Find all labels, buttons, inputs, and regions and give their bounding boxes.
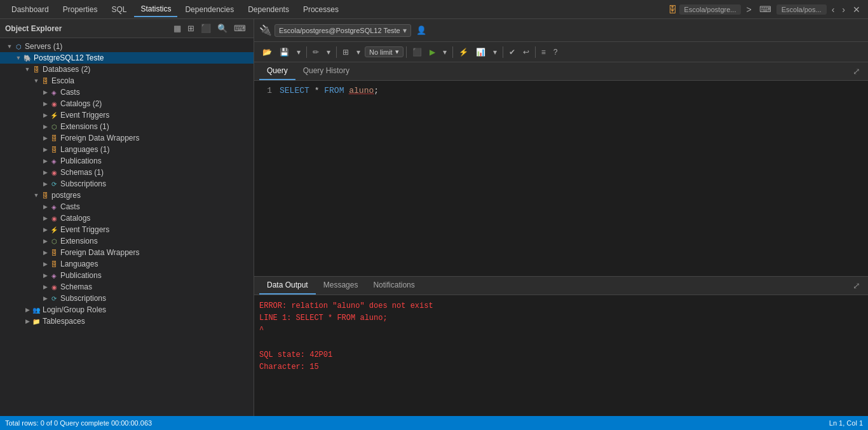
postgres-schemas-icon: ◉ bbox=[50, 282, 58, 291]
run-dropdown-btn[interactable]: ▾ bbox=[440, 46, 450, 58]
oe-search-btn[interactable]: 🔍 bbox=[215, 22, 230, 34]
tree-item-login-group-roles[interactable]: ▶ 👥 Login/Group Roles bbox=[0, 304, 254, 316]
code-table: aluno bbox=[349, 86, 374, 95]
toolbar-sep-2 bbox=[336, 46, 337, 58]
escola-fdw-label: Foreign Data Wrappers bbox=[60, 134, 140, 142]
tree-item-postgres[interactable]: ▼ 🗄 postgres bbox=[0, 190, 254, 201]
tab-messages[interactable]: Messages bbox=[316, 277, 366, 295]
tab-query[interactable]: Query bbox=[259, 62, 295, 80]
error-sql-state: SQL state: 42P01 bbox=[259, 349, 863, 361]
macro-btn[interactable]: ≡ bbox=[538, 46, 549, 58]
save-dropdown-btn[interactable]: ▾ bbox=[294, 46, 304, 58]
main-layout: Object Explorer ▦ ⊞ ⬛ 🔍 ⌨ ▼ ⬡ Servers (1… bbox=[0, 19, 868, 416]
tree-item-postgres-event-triggers[interactable]: ▶ ⚡ Event Triggers bbox=[0, 224, 254, 235]
nav-item-sql[interactable]: SQL bbox=[105, 3, 133, 17]
escola-catalogs-label: Catalogs (2) bbox=[60, 99, 102, 108]
tree-item-escola-subscriptions[interactable]: ▶ ⟳ Subscriptions bbox=[0, 178, 254, 190]
tree-item-postgres-schemas[interactable]: ▶ ◉ Schemas bbox=[0, 281, 254, 293]
tree-item-escola-schemas[interactable]: ▶ ◉ Schemas (1) bbox=[0, 167, 254, 178]
toolbar-sep-5 bbox=[503, 46, 503, 58]
run-btn[interactable]: ▶ bbox=[426, 46, 438, 58]
postgres-catalogs-label: Catalogs bbox=[60, 214, 90, 223]
login-group-roles-icon: 👥 bbox=[32, 305, 41, 314]
terminal-icon[interactable]: ⌨ bbox=[757, 3, 774, 15]
error-spacer bbox=[259, 337, 863, 349]
oe-terminal-btn[interactable]: ⌨ bbox=[231, 22, 248, 34]
tab-notifications[interactable]: Notifications bbox=[365, 277, 422, 295]
output-content: ERROR: relation "aluno" does not exist L… bbox=[254, 295, 868, 416]
tree-item-escola-languages[interactable]: ▶ 🗄 Languages (1) bbox=[0, 144, 254, 155]
escola-publications-icon: ◈ bbox=[50, 156, 58, 165]
tree-item-postgres-publications[interactable]: ▶ ◈ Publications bbox=[0, 270, 254, 281]
save-btn[interactable]: 💾 bbox=[276, 46, 292, 58]
explain-dropdown-btn[interactable]: ▾ bbox=[490, 46, 500, 58]
tree-item-escola-publications[interactable]: ▶ ◈ Publications bbox=[0, 155, 254, 167]
servers-icon: ⬡ bbox=[14, 42, 23, 51]
tree-item-databases[interactable]: ▼ 🗄 Databases (2) bbox=[0, 64, 254, 75]
postgres-event-triggers-arrow: ▶ bbox=[41, 226, 50, 233]
escola-catalogs-arrow: ▶ bbox=[41, 101, 50, 107]
postgres-fdw-label: Foreign Data Wrappers bbox=[60, 248, 140, 257]
tab-data-output[interactable]: Data Output bbox=[259, 277, 316, 295]
filter-dropdown-btn[interactable]: ▾ bbox=[353, 46, 363, 58]
nav-item-dashboard[interactable]: Dashboard bbox=[5, 3, 55, 17]
oe-tag-btn[interactable]: ⬛ bbox=[198, 22, 214, 34]
nav-close-button[interactable]: ✕ bbox=[850, 3, 863, 16]
tree-item-postgres-catalogs[interactable]: ▶ ◉ Catalogs bbox=[0, 212, 254, 224]
nav-item-properties[interactable]: Properties bbox=[57, 3, 104, 17]
tree-item-postgres-fdw[interactable]: ▶ 🗄 Foreign Data Wrappers bbox=[0, 247, 254, 258]
escola-fdw-arrow: ▶ bbox=[41, 135, 50, 141]
tree-item-postgres-extensions[interactable]: ▶ ⬡ Extensions bbox=[0, 235, 254, 247]
error-caret-line: ^ bbox=[259, 324, 863, 336]
explain-analyze-btn[interactable]: 📊 bbox=[473, 46, 489, 58]
tree-item-escola[interactable]: ▼ 🗄 Escola bbox=[0, 75, 254, 87]
tree-item-postgres-languages[interactable]: ▶ 🗄 Languages bbox=[0, 258, 254, 270]
commit-btn[interactable]: ✔ bbox=[506, 46, 519, 58]
open-file-btn[interactable]: 📂 bbox=[259, 46, 275, 58]
rt-connection[interactable]: Escola/postgres@PostgreSQL12 Teste ▾ bbox=[275, 24, 411, 37]
nav-forward-button[interactable]: › bbox=[839, 3, 848, 16]
oe-grid-btn[interactable]: ⊞ bbox=[185, 22, 197, 34]
output-maximize-btn[interactable]: ⤢ bbox=[850, 277, 863, 295]
tree-item-escola-fdw[interactable]: ▶ 🗄 Foreign Data Wrappers bbox=[0, 132, 254, 144]
escola-languages-arrow: ▶ bbox=[41, 146, 50, 153]
tree-item-tablespaces[interactable]: ▶ 📁 Tablespaces bbox=[0, 316, 254, 327]
oe-table-btn[interactable]: ▦ bbox=[171, 22, 184, 34]
postgres-schemas-label: Schemas bbox=[60, 282, 92, 291]
editor-maximize-btn[interactable]: ⤢ bbox=[850, 62, 863, 80]
tree-item-escola-event-triggers[interactable]: ▶ ⚡ Event Triggers bbox=[0, 109, 254, 121]
tab-query-history[interactable]: Query History bbox=[295, 62, 357, 80]
qt-limit[interactable]: No limit ▾ bbox=[365, 46, 403, 57]
query-editor[interactable]: 1 SELECT * FROM aluno; bbox=[254, 81, 868, 276]
tree-item-escola-catalogs[interactable]: ▶ ◉ Catalogs (2) bbox=[0, 98, 254, 109]
nav-back-button[interactable]: ‹ bbox=[829, 3, 837, 16]
nav-item-dependencies[interactable]: Dependencies bbox=[179, 3, 240, 17]
tree-item-postgres-casts[interactable]: ▶ ◈ Casts bbox=[0, 201, 254, 212]
code-content-1: SELECT * FROM aluno; bbox=[280, 86, 379, 95]
login-group-roles-arrow: ▶ bbox=[23, 307, 32, 313]
explain-btn[interactable]: ⚡ bbox=[456, 46, 471, 58]
stop-btn[interactable]: ⬛ bbox=[409, 46, 425, 58]
postgres-event-triggers-label: Event Triggers bbox=[60, 225, 109, 234]
oe-toolbar: ▦ ⊞ ⬛ 🔍 ⌨ bbox=[171, 22, 248, 34]
help-btn[interactable]: ? bbox=[550, 46, 561, 58]
tree-item-servers[interactable]: ▼ ⬡ Servers (1) bbox=[0, 41, 254, 52]
rollback-btn[interactable]: ↩ bbox=[520, 46, 532, 58]
toolbar-sep-3 bbox=[406, 46, 407, 58]
escola-label: Escola bbox=[51, 76, 74, 85]
tree-item-escola-casts[interactable]: ▶ ◈ Casts bbox=[0, 87, 254, 98]
databases-expand-arrow: ▼ bbox=[23, 66, 32, 73]
edit-btn[interactable]: ✏ bbox=[309, 46, 322, 58]
tree-item-postgres-subscriptions[interactable]: ▶ ⟳ Subscriptions bbox=[0, 293, 254, 304]
escola-catalogs-icon: ◉ bbox=[50, 99, 58, 108]
servers-expand-arrow: ▼ bbox=[5, 43, 14, 50]
rt-user-btn[interactable]: 👤 bbox=[414, 24, 429, 36]
filter-btn[interactable]: ⊞ bbox=[339, 46, 352, 58]
edit-dropdown-btn[interactable]: ▾ bbox=[323, 46, 334, 58]
nav-item-statistics[interactable]: Statistics bbox=[134, 2, 177, 17]
tree-item-escola-extensions[interactable]: ▶ ⬡ Extensions (1) bbox=[0, 121, 254, 132]
tree-item-pg12[interactable]: ▼ 🐘 PostgreSQL12 Teste bbox=[0, 52, 254, 64]
nav-item-dependents[interactable]: Dependents bbox=[241, 3, 295, 17]
escola-subscriptions-icon: ⟳ bbox=[50, 179, 58, 188]
nav-item-processes[interactable]: Processes bbox=[297, 3, 345, 17]
